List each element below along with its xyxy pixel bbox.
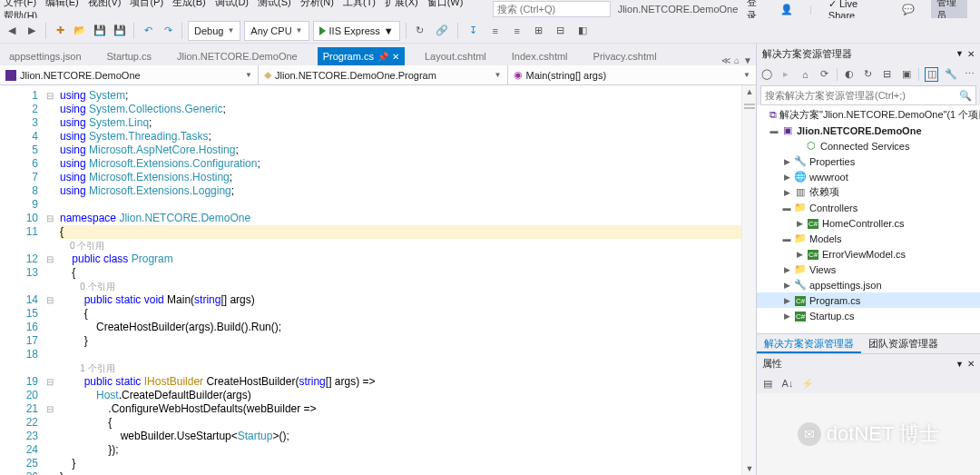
document-tab[interactable]: Startup.cs xyxy=(102,47,158,65)
document-tab[interactable]: Program.cs 📌 ✕ xyxy=(318,47,405,65)
se-more-icon[interactable]: ⋯ xyxy=(963,67,976,82)
se-sync-icon[interactable]: ⟳ xyxy=(818,67,831,82)
se-back-icon[interactable]: ◯ xyxy=(760,67,774,82)
properties-body: ✉ dotNET 博士 xyxy=(757,393,980,475)
browser-link-icon[interactable]: 🔗 xyxy=(434,23,450,39)
menu-item[interactable]: 调试(D) xyxy=(215,0,249,7)
panel-close-icon[interactable]: ✕ xyxy=(967,49,975,59)
tab-overflow-icon[interactable]: ≪ xyxy=(721,55,730,65)
se-fwd-icon[interactable]: ▸ xyxy=(779,67,793,82)
open-icon[interactable]: 📂 xyxy=(72,23,88,39)
config-combo[interactable]: Debug▼ xyxy=(188,21,240,41)
se-refresh-icon[interactable]: ↻ xyxy=(861,67,875,82)
models-folder[interactable]: ▬📁Models xyxy=(757,231,980,246)
comment-icon[interactable]: ⊞ xyxy=(531,23,547,39)
nav-bar: Jlion.NETCORE.DemoOne▼ ◆ Jlion.NETCORE.D… xyxy=(0,65,756,85)
menu-item[interactable]: 测试(S) xyxy=(258,0,291,7)
refresh-icon[interactable]: ↻ xyxy=(412,23,428,39)
se-preview-icon[interactable]: ◫ xyxy=(925,67,938,82)
quick-search-input[interactable] xyxy=(493,1,611,17)
feedback-icon[interactable]: 💬 xyxy=(902,4,915,15)
uncomment-icon[interactable]: ⊟ xyxy=(553,23,569,39)
start-debug-button[interactable]: IIS Express▼ xyxy=(313,21,400,41)
homecontroller-file[interactable]: ▶C#HomeController.cs xyxy=(757,215,980,231)
step-icon[interactable]: ↧ xyxy=(466,23,482,39)
save-all-icon[interactable]: 💾 xyxy=(112,23,128,39)
menu-item[interactable]: 视图(V) xyxy=(88,0,122,7)
new-item-icon[interactable]: ✚ xyxy=(52,23,68,39)
live-share-button[interactable]: ✓ Live Share xyxy=(828,0,886,18)
startup-file[interactable]: ▶C#Startup.cs xyxy=(757,308,980,323)
document-tab[interactable]: Privacy.cshtml xyxy=(588,47,662,65)
fold-gutter[interactable]: ⊟⊟⊟⊟⊟⊟ xyxy=(44,85,56,475)
wechat-icon: ✉ xyxy=(798,422,821,446)
prop-alpha-icon[interactable]: A↓ xyxy=(780,376,795,391)
panel-title: 解决方案资源管理器 xyxy=(762,47,852,61)
controllers-folder[interactable]: ▬📁Controllers xyxy=(757,200,980,215)
redo-icon[interactable]: ↷ xyxy=(160,23,176,39)
nav-member-combo[interactable]: ◉ Main(string[] args)▼ xyxy=(508,65,757,84)
views-folder[interactable]: ▶📁Views xyxy=(757,262,980,277)
menu-item[interactable]: 帮助(H) xyxy=(4,10,37,18)
se-showall-icon[interactable]: ▣ xyxy=(899,67,913,82)
solution-tree[interactable]: ▶⧉解决方案"Jlion.NETCORE.DemoOne"(1 个项目/共 1 … xyxy=(757,105,980,333)
close-icon[interactable]: ✕ xyxy=(392,52,399,62)
tab-home-icon[interactable]: ⌂ xyxy=(734,55,740,65)
menu-item[interactable]: 窗口(W) xyxy=(427,0,464,7)
menu-item[interactable]: 分析(N) xyxy=(300,0,334,7)
appsettings-file[interactable]: ▶🔧appsettings.json xyxy=(757,277,980,292)
project-node[interactable]: ▬▣Jlion.NETCORE.DemoOne xyxy=(757,123,980,138)
nav-fwd-icon[interactable]: ▶ xyxy=(24,23,40,39)
se-home-icon[interactable]: ⌂ xyxy=(799,67,812,82)
login-link[interactable]: 登录 xyxy=(747,0,764,18)
errorviewmodel-file[interactable]: ▶C#ErrorViewModel.cs xyxy=(757,246,980,262)
solution-node[interactable]: ▶⧉解决方案"Jlion.NETCORE.DemoOne"(1 个项目/共 1 … xyxy=(757,107,980,123)
se-properties-icon[interactable]: 🔧 xyxy=(944,67,957,82)
properties-node[interactable]: ▶🔧Properties xyxy=(757,153,980,169)
tab-solution-explorer[interactable]: 解决方案资源管理器 xyxy=(757,334,861,353)
connected-services-node[interactable]: ▶⬡Connected Services xyxy=(757,138,980,153)
outdent-icon[interactable]: ≡ xyxy=(487,23,504,39)
panel-menu-icon[interactable]: ▼ xyxy=(956,49,964,58)
se-scope-icon[interactable]: ◐ xyxy=(843,67,857,82)
document-tab[interactable]: appsettings.json xyxy=(4,47,87,65)
undo-icon[interactable]: ↶ xyxy=(140,23,156,39)
se-collapse-icon[interactable]: ⊟ xyxy=(880,67,894,82)
nav-back-icon[interactable]: ◀ xyxy=(4,23,20,39)
menu-item[interactable]: 扩展(X) xyxy=(385,0,418,7)
pin-icon[interactable]: 📌 xyxy=(377,52,388,62)
bookmark-icon[interactable]: ◧ xyxy=(574,23,591,39)
watermark: ✉ dotNET 博士 xyxy=(798,421,939,448)
properties-menu-icon[interactable]: ▼ xyxy=(956,360,964,369)
document-tab[interactable]: Jlion.NETCORE.DemoOne xyxy=(172,47,303,65)
admin-button[interactable]: 管理员 xyxy=(931,0,967,18)
nav-project-combo[interactable]: Jlion.NETCORE.DemoOne▼ xyxy=(0,65,259,84)
program-file[interactable]: ▶C#Program.cs xyxy=(757,292,980,308)
scroll-up-icon[interactable]: ▲ xyxy=(742,85,756,98)
indent-icon[interactable]: ≡ xyxy=(509,23,525,39)
se-search-input[interactable]: 搜索解决方案资源管理器(Ctrl+;) 🔍 xyxy=(760,85,976,105)
vertical-scrollbar[interactable]: ▲ ▼ xyxy=(741,85,756,475)
tab-dropdown-icon[interactable]: ▼ xyxy=(743,55,752,65)
document-tab[interactable]: Layout.cshtml xyxy=(419,47,492,65)
menu-item[interactable]: 项目(P) xyxy=(130,0,163,7)
menu-item[interactable]: 编辑(E) xyxy=(45,0,79,7)
properties-close-icon[interactable]: ✕ xyxy=(967,359,975,369)
save-icon[interactable]: 💾 xyxy=(92,23,108,39)
scroll-down-icon[interactable]: ▼ xyxy=(742,462,756,475)
document-tab[interactable]: Index.cshtml xyxy=(506,47,573,65)
menu-bar: 文件(F)编辑(E)视图(V)项目(P)生成(B)调试(D)测试(S)分析(N)… xyxy=(0,0,980,18)
platform-combo[interactable]: Any CPU▼ xyxy=(244,21,309,41)
prop-events-icon[interactable]: ⚡ xyxy=(800,376,815,391)
wwwroot-node[interactable]: ▶🌐wwwroot xyxy=(757,169,980,184)
tab-team-explorer[interactable]: 团队资源管理器 xyxy=(861,334,946,353)
prop-categorized-icon[interactable]: ▤ xyxy=(760,376,775,391)
menu-item[interactable]: 生成(B) xyxy=(172,0,206,7)
menu-item[interactable]: 工具(T) xyxy=(343,0,376,7)
nav-type-combo[interactable]: ◆ Jlion.NETCORE.DemoOne.Program▼ xyxy=(259,65,508,84)
user-icon[interactable]: 👤 xyxy=(780,4,793,15)
menu-item[interactable]: 文件(F) xyxy=(4,0,36,7)
code-editor[interactable]: 1234567891011121314151617181920212223242… xyxy=(0,85,756,475)
line-numbers: 1234567891011121314151617181920212223242… xyxy=(0,85,44,475)
dependencies-node[interactable]: ▶▥依赖项 xyxy=(757,184,980,200)
